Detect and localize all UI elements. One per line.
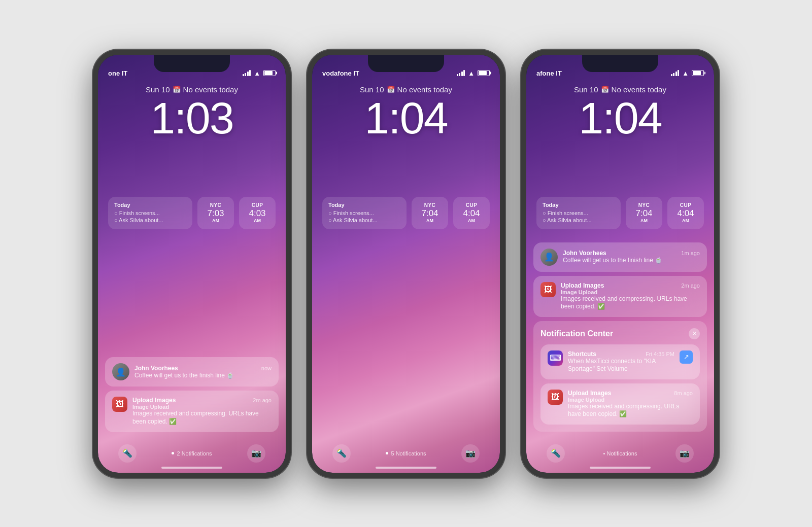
cup-time-2: 4:04 [463,209,480,218]
notch-2 [368,55,444,72]
notif-body-1: John Voorhees now Coffee will get us to … [134,365,272,380]
wifi-icon-3: ▲ [682,69,689,77]
home-indicator-1[interactable] [161,467,222,469]
phone3-notif-area: 👤 John Voorhees 1m ago Coffee will get u… [533,242,707,435]
cup-ampm-2: AM [468,218,475,223]
count-text-3: • Notifications [603,450,637,456]
camera-icon-1[interactable]: 📷 [247,444,265,463]
shortcuts-row: ⌨ Shortcuts Fri 4:35 PM When MaxTicci co… [548,350,693,373]
notif-content-row-1: 🖼 Upload Images 2m ago Image Upload Imag… [112,397,272,426]
phone-2-wrapper: vodafone IT ▲ Sun 10 📅 No events today 1… [307,50,505,478]
notif-upload-body-1: Upload Images 2m ago Image Upload Images… [132,397,272,426]
upload-text-1: Images received and compressing. URLs ha… [132,410,272,426]
cup-clock-2: CUP 4:04 AM [453,197,490,229]
nyc-clock-2: NYC 7:04 AM [412,197,448,229]
open-link-button[interactable]: ↗ [680,350,693,364]
wifi-icon-1: ▲ [254,69,260,77]
cup-city-2: CUP [466,202,478,208]
date-line-3: Sun 10 📅 No events today [526,85,714,94]
cal-icon-2: 📅 [387,86,395,93]
notif-msg-3[interactable]: 👤 John Voorhees 1m ago Coffee will get u… [533,242,707,272]
nc-close-button[interactable]: ✕ [689,328,700,339]
carrier-3: afone IT [536,69,562,77]
carrier-1: one IT [108,69,127,77]
battery-fill-1 [264,71,273,75]
upload-app-1: Upload Images [132,397,176,404]
nc-upload-notif[interactable]: 🖼 Upload Images 8m ago Image Upload Imag… [540,383,700,425]
shortcuts-app: Shortcuts [568,350,596,358]
nc-header: Notification Center ✕ [540,328,700,339]
nyc-time-3: 7:04 [635,209,652,218]
nc-upload-body: Upload Images 8m ago Image Upload Images… [568,390,693,418]
signal-icon-3 [671,70,680,76]
upload-time-1: 2m ago [253,397,272,403]
nc-upload-app: Upload Images [568,390,611,397]
notifications-1: 👤 John Voorhees now Coffee will get us t… [105,357,279,432]
status-icons-3: ▲ [671,69,704,77]
count-text-2: 5 Notifications [391,450,426,456]
widgets-row-3: Today ○ Finish screens... ○ Ask Silvia a… [536,197,704,229]
nyc-time-1: 7:03 [207,209,224,218]
upload-app-3: Upload Images [561,282,604,289]
phone-1-wrapper: one IT ▲ Sun 10 📅 No events today 1:03 [93,50,291,478]
battery-fill-3 [693,71,701,75]
date-line-1: Sun 10 📅 No events today [98,85,286,94]
nc-upload-text: Images received and compressing. URLs ha… [568,403,693,418]
notif-upload-1[interactable]: 🖼 Upload Images 2m ago Image Upload Imag… [105,391,279,432]
home-indicator-2[interactable] [376,467,436,469]
signal-icon-2 [457,70,465,76]
avatar-1: 👤 [112,363,129,380]
no-events-3: No events today [612,85,666,94]
cup-ampm-3: AM [682,218,689,223]
cup-ampm-1: AM [254,218,261,223]
nyc-ampm-1: AM [212,218,219,223]
reminder-widget-2: Today ○ Finish screens... ○ Ask Silvia a… [322,197,407,229]
camera-icon-2[interactable]: 📷 [461,444,480,463]
widgets-row-2: Today ○ Finish screens... ○ Ask Silvia a… [322,197,490,229]
notch-1 [154,55,230,72]
bottom-bar-2: 🔦 5 Notifications 📷 [312,444,500,463]
nyc-ampm-2: AM [426,218,433,223]
lock-content-3: Sun 10 📅 No events today 1:04 [526,85,714,140]
home-indicator-3[interactable] [590,467,651,469]
shortcuts-text: When MaxTicci connects to "KIA Sportage"… [568,358,674,373]
upload-time-3: 2m ago [681,283,700,289]
torch-icon-3[interactable]: 🔦 [547,444,565,463]
battery-2 [478,70,490,76]
cup-time-3: 4:04 [677,209,694,218]
upload-subtitle-3: Image Upload [561,289,700,295]
notif-count-3: • Notifications [603,450,637,456]
status-icons-2: ▲ [457,69,490,77]
upload-subtitle-1: Image Upload [132,404,272,410]
nyc-city-1: NYC [210,202,222,208]
notif-message-1[interactable]: 👤 John Voorhees now Coffee will get us t… [105,357,279,387]
torch-icon-2[interactable]: 🔦 [332,444,351,463]
upload-text-3: Images received and compressing. URLs ha… [561,295,700,311]
phone-2: vodafone IT ▲ Sun 10 📅 No events today 1… [307,50,505,478]
notif-content-row-3: 🖼 Upload Images 2m ago Image Upload Imag… [540,282,700,311]
nyc-city-3: NYC [638,202,650,208]
notif-count-1: 2 Notifications [172,450,212,456]
reminder-widget-3: Today ○ Finish screens... ○ Ask Silvia a… [536,197,621,229]
wifi-icon-2: ▲ [468,69,475,77]
nyc-time-2: 7:04 [421,209,438,218]
battery-1 [263,70,276,76]
reminder-item-3-0: ○ Finish screens... [543,210,615,216]
cup-clock-3: CUP 4:04 AM [667,197,704,229]
camera-icon-3[interactable]: 📷 [675,444,694,463]
notif-body-3: John Voorhees 1m ago Coffee will get us … [563,250,700,265]
nyc-clock-1: NYC 7:03 AM [197,197,234,229]
date-text-3: Sun 10 [574,85,598,94]
cup-city-3: CUP [680,202,692,208]
cup-city-1: CUP [252,202,263,208]
torch-icon-1[interactable]: 🔦 [118,444,137,463]
carrier-2: vodafone IT [322,69,359,77]
reminder-text-2-0: ○ Finish screens... [328,210,374,216]
nc-upload-row: 🖼 Upload Images 8m ago Image Upload Imag… [548,390,693,418]
reminder-text-3-1: ○ Ask Silvia about... [543,217,592,223]
shortcuts-notif[interactable]: ⌨ Shortcuts Fri 4:35 PM When MaxTicci co… [540,344,700,379]
widgets-row-1: Today ○ Finish screens... ○ Ask Silvia a… [108,197,276,229]
reminder-widget-1: Today ○ Finish screens... ○ Ask Silvia a… [108,197,192,229]
signal-icon-1 [243,70,251,76]
notif-upload-3[interactable]: 🖼 Upload Images 2m ago Image Upload Imag… [533,276,707,317]
